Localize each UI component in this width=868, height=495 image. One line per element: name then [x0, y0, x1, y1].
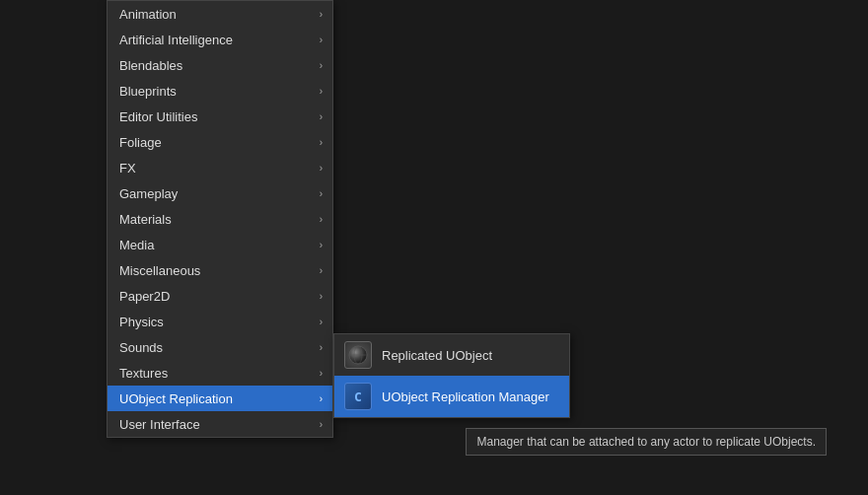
menu-item-textures[interactable]: Textures›	[108, 360, 332, 386]
chevron-right-icon: ›	[320, 240, 323, 250]
submenu-item-uobject-replication-manager[interactable]: CUObject Replication Manager	[334, 376, 569, 417]
chevron-right-icon: ›	[320, 86, 323, 97]
submenu-item-replicated-uobject[interactable]: Replicated UObject	[334, 334, 569, 376]
chevron-right-icon: ›	[320, 368, 323, 379]
menu-item-user-interface[interactable]: User Interface›	[108, 411, 332, 437]
menu-item-editor-utilities[interactable]: Editor Utilities›	[108, 104, 332, 129]
chevron-right-icon: ›	[320, 265, 323, 276]
tooltip-text: Manager that can be attached to any acto…	[476, 435, 816, 449]
menu-item-artificial-intelligence[interactable]: Artificial Intelligence›	[108, 27, 332, 52]
menu-item-physics[interactable]: Physics›	[108, 309, 332, 334]
submenu-item-label: Replicated UObject	[382, 348, 492, 363]
tooltip: Manager that can be attached to any acto…	[466, 428, 827, 456]
chevron-right-icon: ›	[320, 188, 323, 199]
chevron-right-icon: ›	[320, 9, 323, 20]
menu-item-label: Animation	[119, 7, 320, 22]
replicated-uobject-icon	[344, 341, 372, 369]
chevron-right-icon: ›	[320, 393, 323, 404]
chevron-right-icon: ›	[320, 214, 323, 225]
chevron-right-icon: ›	[320, 291, 323, 302]
menu-item-uobject-replication[interactable]: UObject Replication›	[108, 386, 332, 411]
menu-item-label: Artificial Intelligence	[119, 33, 320, 47]
uobject-manager-icon: C	[344, 383, 372, 410]
menu-item-label: Materials	[119, 212, 320, 227]
menu-item-label: Textures	[119, 366, 320, 381]
menu-item-label: Paper2D	[119, 289, 320, 304]
menu-item-materials[interactable]: Materials›	[108, 206, 332, 232]
chevron-right-icon: ›	[320, 137, 323, 148]
chevron-right-icon: ›	[320, 419, 323, 430]
menu-item-media[interactable]: Media›	[108, 232, 332, 257]
menu-item-fx[interactable]: FX›	[108, 155, 332, 180]
menu-item-foliage[interactable]: Foliage›	[108, 129, 332, 155]
submenu: Replicated UObjectCUObject Replication M…	[333, 333, 570, 418]
menu-item-label: UObject Replication	[119, 391, 320, 406]
chevron-right-icon: ›	[320, 111, 323, 122]
menu-item-label: Blendables	[119, 58, 320, 73]
menu-item-label: Sounds	[119, 340, 320, 355]
chevron-right-icon: ›	[320, 317, 323, 327]
menu-item-label: Miscellaneous	[119, 263, 320, 278]
menu-item-label: FX	[119, 161, 320, 176]
menu-item-label: Gameplay	[119, 186, 320, 201]
chevron-right-icon: ›	[320, 60, 323, 71]
menu-item-gameplay[interactable]: Gameplay›	[108, 180, 332, 206]
submenu-item-label: UObject Replication Manager	[382, 389, 549, 404]
menu-item-label: Media	[119, 238, 320, 252]
menu-item-animation[interactable]: Animation›	[108, 1, 332, 27]
menu-item-blueprints[interactable]: Blueprints›	[108, 78, 332, 104]
menu-item-label: Foliage	[119, 135, 320, 150]
menu-item-paper2d[interactable]: Paper2D›	[108, 283, 332, 309]
menu-item-label: Blueprints	[119, 84, 320, 99]
menu-item-label: User Interface	[119, 417, 320, 432]
menu-item-sounds[interactable]: Sounds›	[108, 334, 332, 360]
chevron-right-icon: ›	[320, 35, 323, 45]
main-menu: Animation›Artificial Intelligence›Blenda…	[107, 0, 333, 438]
chevron-right-icon: ›	[320, 163, 323, 174]
menu-item-label: Editor Utilities	[119, 109, 320, 124]
chevron-right-icon: ›	[320, 342, 323, 353]
menu-item-blendables[interactable]: Blendables›	[108, 52, 332, 78]
menu-item-label: Physics	[119, 315, 320, 329]
menu-item-miscellaneous[interactable]: Miscellaneous›	[108, 257, 332, 283]
